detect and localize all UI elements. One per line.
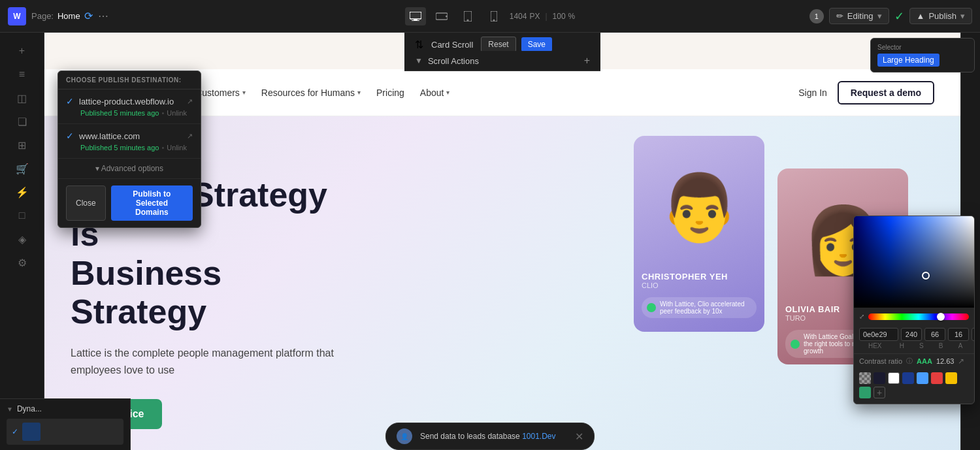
nav-links: Products ▾ Customers ▾ Resources for Hum…: [138, 88, 798, 98]
color-values-row: [854, 325, 974, 342]
publish-button[interactable]: ▲ Publish ▾: [909, 8, 973, 24]
selector-tag[interactable]: Large Heading: [877, 54, 939, 67]
contrast-ratio-label: Contrast ratio: [859, 357, 902, 365]
domain-name-2: www.lattice.com: [79, 131, 182, 141]
resize-icon[interactable]: ⤢: [859, 313, 864, 320]
swatch-transparent[interactable]: [859, 372, 871, 384]
swatch-teal[interactable]: [859, 387, 871, 398]
card-scroll-save-button[interactable]: Save: [521, 37, 552, 52]
sign-in-button[interactable]: Sign In: [798, 88, 827, 98]
sidebar-pages-icon[interactable]: □: [9, 205, 35, 226]
swatch-white[interactable]: [888, 372, 900, 384]
hue-slider[interactable]: [868, 313, 969, 320]
scroll-actions-label: Scroll Actions: [428, 56, 479, 66]
publish-chevron-icon: ▾: [960, 11, 965, 21]
h-label: H: [894, 342, 911, 349]
sidebar-interactions-icon[interactable]: ⚡: [9, 182, 35, 202]
sidebar-cms-icon[interactable]: ⊞: [9, 135, 35, 155]
sidebar-styles-icon[interactable]: ◈: [9, 229, 35, 249]
dynamic-header: ▼ Dyna...: [7, 404, 123, 413]
dynamic-check-icon: ✓: [12, 427, 18, 436]
swatch-red[interactable]: [931, 372, 943, 384]
publish-check-icon-1: ✓: [66, 96, 74, 106]
domain-name-1: lattice-product.webflow.io: [79, 97, 182, 106]
dynamic-panel-item: ✓: [7, 419, 123, 445]
nav-resources-label: Resources for Humans: [261, 88, 355, 98]
publish-status-2: Published 5 minutes ago • Unlink: [66, 144, 193, 152]
canvas-zoom-label: %: [568, 12, 576, 21]
swatch-dark-navy[interactable]: [874, 372, 885, 384]
nav-link-about[interactable]: About ▾: [420, 88, 450, 98]
page-indicator: Page: Home ⟳: [31, 10, 93, 22]
nav-link-resources[interactable]: Resources for Humans ▾: [261, 88, 361, 98]
color-h-input[interactable]: [901, 328, 922, 341]
close-publish-button[interactable]: Close: [66, 185, 106, 221]
nav-about-chevron-icon: ▾: [446, 89, 449, 96]
publish-dropdown-header: CHOOSE PUBLISH DESTINATION:: [58, 71, 201, 89]
notification-close-button[interactable]: ✕: [575, 430, 583, 443]
publish-status-text-2: Published 5 minutes ago: [80, 144, 159, 152]
swatch-dark-blue[interactable]: [902, 372, 914, 384]
tablet-landscape-device-button[interactable]: [431, 7, 452, 25]
dynamic-panel-chevron-icon: ▼: [7, 406, 13, 413]
sidebar-layers-icon[interactable]: ≡: [9, 64, 35, 85]
card-scroll-reset-button[interactable]: Reset: [481, 37, 515, 52]
page-label: Page:: [31, 11, 54, 21]
unlink-button-1[interactable]: Unlink: [167, 109, 187, 117]
publish-dropdown-footer: Close Publish to Selected Domains: [58, 179, 201, 227]
unlink-button-2[interactable]: Unlink: [167, 144, 187, 152]
request-demo-button[interactable]: Request a demo: [838, 81, 934, 104]
left-sidebar: + ≡ ◫ ❏ ⊞ 🛒 ⚡ □ ◈ ⚙: [0, 33, 44, 450]
color-picker-cursor: [922, 272, 930, 280]
dynamic-panel-title: Dyna...: [17, 404, 42, 413]
editing-chevron-icon: ▾: [877, 11, 882, 21]
sidebar-settings-icon[interactable]: ⚙: [9, 252, 35, 273]
sidebar-add-icon[interactable]: +: [9, 40, 35, 61]
publish-to-selected-button[interactable]: Publish to Selected Domains: [111, 185, 193, 221]
nav-link-pricing[interactable]: Pricing: [376, 88, 404, 98]
advanced-options-toggle[interactable]: ▾ Advanced options: [58, 159, 201, 179]
mobile-device-button[interactable]: [483, 7, 504, 25]
separator-dot-2: •: [161, 144, 164, 152]
card-scroll-label: Card Scroll: [431, 40, 473, 50]
external-link-icon-1[interactable]: ↗: [187, 97, 193, 106]
publish-domain-item-2: ✓ www.lattice.com ↗ Published 5 minutes …: [58, 124, 201, 159]
toolbar-options-button[interactable]: ⋯: [98, 10, 108, 22]
page-name[interactable]: Home: [57, 11, 80, 21]
external-link-icon-2[interactable]: ↗: [187, 132, 193, 140]
publish-domain-row-1: ✓ lattice-product.webflow.io ↗: [66, 96, 193, 106]
contrast-link-icon[interactable]: ↗: [958, 357, 964, 366]
color-b-input[interactable]: [948, 328, 969, 341]
editing-button[interactable]: ✏ Editing ▾: [829, 8, 889, 24]
swatch-mid-blue[interactable]: [917, 372, 928, 384]
notification-link[interactable]: 1001.Dev: [522, 432, 555, 441]
contrast-info-icon[interactable]: ⓘ: [906, 357, 913, 366]
top-toolbar: W Page: Home ⟳ ⋯ 1404 PX | 100 % 1: [0, 0, 980, 33]
scroll-actions-add-button[interactable]: +: [584, 55, 590, 67]
color-picker-panel: ⤢ HEX H S B A Contrast ratio ⓘ AAA 12.63…: [853, 216, 975, 404]
a-label: A: [952, 342, 969, 349]
add-swatch-button[interactable]: +: [874, 387, 885, 398]
publish-status-text-1: Published 5 minutes ago: [80, 109, 159, 117]
hue-slider-row: ⤢: [854, 308, 974, 325]
color-s-input[interactable]: [924, 328, 945, 341]
nav-link-customers[interactable]: Customers ▾: [195, 88, 246, 98]
desktop-device-button[interactable]: [405, 7, 426, 25]
sync-icon[interactable]: ⟳: [84, 10, 93, 22]
hex-label: HEX: [859, 342, 891, 349]
sidebar-components-icon[interactable]: ❏: [9, 111, 35, 132]
sidebar-ecommerce-icon[interactable]: 🛒: [9, 158, 35, 179]
tablet-portrait-device-button[interactable]: [457, 7, 478, 25]
swatch-yellow[interactable]: [945, 372, 957, 384]
color-gradient-overlay: [854, 216, 974, 308]
person1-quote-tag: With Lattice, Clio accelerated peer feed…: [642, 297, 757, 318]
sidebar-assets-icon[interactable]: ◫: [9, 88, 35, 108]
publish-status-1: Published 5 minutes ago • Unlink: [66, 109, 193, 117]
toolbar-left: W Page: Home ⟳ ⋯: [8, 7, 400, 25]
selector-label: Selector: [877, 44, 968, 51]
color-gradient[interactable]: [854, 216, 974, 308]
webflow-logo[interactable]: W: [8, 7, 26, 25]
color-a-input[interactable]: [972, 328, 975, 341]
notification-text: Send data to leads database 1001.Dev: [420, 432, 556, 441]
color-hex-input[interactable]: [859, 328, 898, 341]
